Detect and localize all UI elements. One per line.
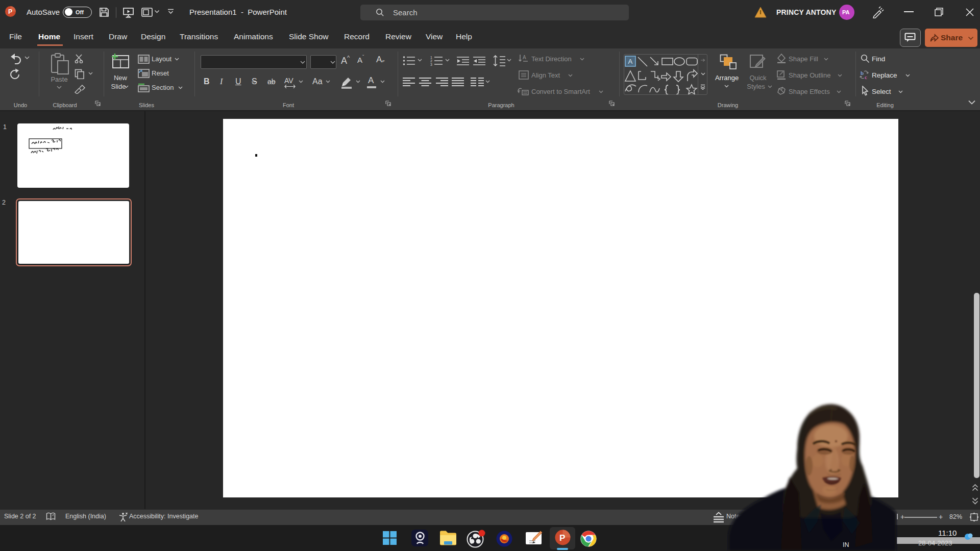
svg-text:P: P <box>8 8 12 15</box>
svg-text:A: A <box>523 55 526 60</box>
svg-text:2: 2 <box>430 59 432 63</box>
svg-text:A: A <box>628 58 633 65</box>
svg-text:1: 1 <box>430 56 432 59</box>
svg-text:P: P <box>559 533 565 543</box>
svg-text:c: c <box>865 74 867 80</box>
svg-text:3: 3 <box>430 63 432 66</box>
svg-text:b: b <box>861 70 864 76</box>
